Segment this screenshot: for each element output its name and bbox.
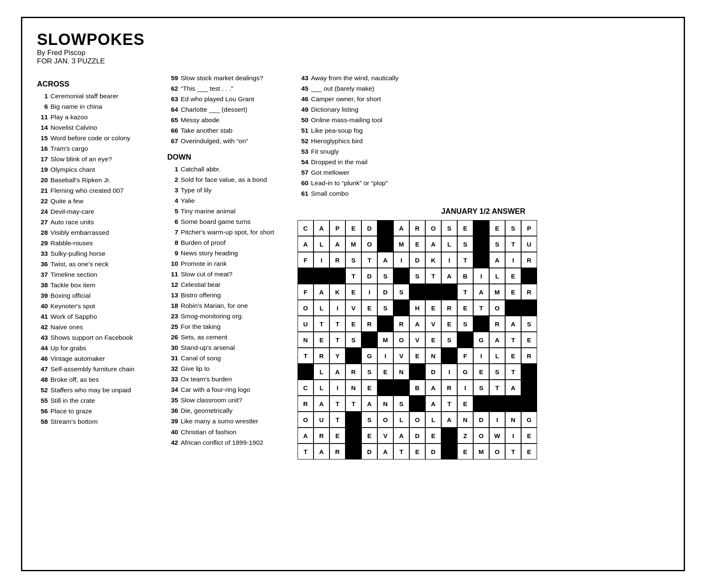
clue-num: 52 <box>298 136 311 146</box>
across-clue-16: 16Tram's cargo <box>37 144 159 154</box>
down-clue-10: 10Promote in rank <box>167 259 289 269</box>
clue-num: 8 <box>167 238 181 248</box>
grid-cell-2-6: I <box>393 252 409 268</box>
grid-cell-9-4: S <box>361 364 377 380</box>
clue-num: 52 <box>37 385 50 395</box>
across-clue-33: 33Sulky-pulling horse <box>37 249 159 259</box>
clue-num: 64 <box>167 105 181 115</box>
down-clue-36: 36Die, geometrically <box>167 406 289 416</box>
clue-text: Give lip to <box>181 364 289 374</box>
grid-cell-10-8: A <box>425 380 441 396</box>
grid-cell-13-0: A <box>298 428 313 444</box>
clue-num: 67 <box>167 136 181 146</box>
across-clue-15: 15Word before code or colony <box>37 133 159 143</box>
answer-title: JANUARY 1/2 ANSWER <box>298 207 669 216</box>
grid-cell-3-1 <box>313 268 329 284</box>
clue-text: Take another stab <box>181 126 289 136</box>
grid-cell-11-0: R <box>298 396 313 412</box>
clue-num: 6 <box>37 102 50 112</box>
grid-cell-9-6: N <box>393 364 409 380</box>
grid-cell-12-13: N <box>505 412 521 428</box>
grid-cell-11-13 <box>505 396 521 412</box>
clue-num: 65 <box>167 115 181 125</box>
grid-row-5: OLIVESHERETO <box>298 300 537 316</box>
grid-cell-9-10: G <box>457 364 473 380</box>
across-clue-17: 17Slow blink of an eye? <box>37 154 159 164</box>
grid-cell-4-10: T <box>457 284 473 300</box>
grid-row-6: UTTERRAVESRAS <box>298 316 537 332</box>
clue-num: 2 <box>167 175 181 185</box>
grid-cell-14-10: E <box>457 444 473 459</box>
across-clue-44: 44Up for grabs <box>37 343 159 353</box>
grid-cell-14-5: A <box>377 444 393 459</box>
clue-num: 33 <box>167 374 181 384</box>
across-clue-19: 19Olympics chant <box>37 165 159 175</box>
grid-row-13: AREEVADEZOWIE <box>298 428 537 444</box>
clue-num: 13 <box>167 290 181 300</box>
clue-num: 45 <box>298 84 311 94</box>
grid-cell-12-14: G <box>521 412 537 428</box>
down-clue-18: 18Robin's Marian, for one <box>167 301 289 311</box>
clue-text: Messy abode <box>181 115 289 125</box>
clue-text: Celestial bear <box>181 280 289 290</box>
grid-cell-5-5: S <box>377 300 393 316</box>
grid-cell-12-3 <box>345 412 361 428</box>
grid-cell-10-5 <box>377 380 393 396</box>
down-clue-43: 43Away from the wind, nautically <box>298 73 669 83</box>
grid-row-0: CAPEDAROSEESP <box>298 220 537 236</box>
across-clue-11: 11Play a kazoo <box>37 112 159 122</box>
grid-cell-4-4: I <box>361 284 377 300</box>
grid-cell-5-4: E <box>361 300 377 316</box>
grid-cell-10-14 <box>521 380 537 396</box>
grid-cell-10-9: R <box>441 380 457 396</box>
grid-cell-8-1: R <box>313 348 329 364</box>
down-clue-39: 39Like many a sumo wrestler <box>167 416 289 426</box>
clue-text: Lead-in to “plunk” or “plop” <box>311 178 669 188</box>
down-label: DOWN <box>167 153 289 162</box>
across-clue-20: 20Baseball's Ripken Jr. <box>37 175 159 185</box>
grid-cell-1-7: E <box>409 236 425 252</box>
across-clue-43: 43Shows support on Facebook <box>37 333 159 343</box>
down-clue-52: 52Hieroglyphics bird <box>298 136 669 146</box>
across-clue-37: 37Timeline section <box>37 270 159 280</box>
across-clue-27: 27Auto race units <box>37 217 159 227</box>
down-clue-40: 40Christian of fashion <box>167 427 289 437</box>
grid-cell-14-14: E <box>521 444 537 459</box>
clue-num: 62 <box>167 84 181 94</box>
grid-cell-5-9: R <box>441 300 457 316</box>
grid-row-14: TARDATEDEMOTE <box>298 444 537 459</box>
across-clue-29: 29Rabble-rouses <box>37 238 159 248</box>
grid-cell-4-13: E <box>505 284 521 300</box>
across-clue-58: 58Stream's bottom <box>37 417 159 427</box>
clue-text: Charlotte ___ (dessert) <box>181 105 289 115</box>
grid-cell-12-12: I <box>489 412 505 428</box>
clue-text: Still in the crate <box>50 396 159 406</box>
grid-cell-4-8 <box>425 284 441 300</box>
clue-num: 9 <box>167 248 181 258</box>
down-clue-50: 50Online mass-mailing tool <box>298 115 669 125</box>
clue-text: Catchall abbr. <box>181 164 289 174</box>
grid-cell-0-14: P <box>521 220 537 236</box>
grid-cell-8-10: F <box>457 348 473 364</box>
clue-text: Up for grabs <box>50 343 159 353</box>
grid-cell-13-1: R <box>313 428 329 444</box>
across-clue-40: 40Keynoter's spot <box>37 301 159 311</box>
grid-cell-9-5: E <box>377 364 393 380</box>
grid-cell-11-6: S <box>393 396 409 412</box>
grid-cell-9-11: E <box>473 364 489 380</box>
down-clue-23: 23Smog-monitoring org. <box>167 311 289 321</box>
clue-text: For the taking <box>181 322 289 332</box>
clue-text: Promote in rank <box>181 259 289 269</box>
grid-cell-8-3 <box>345 348 361 364</box>
grid-row-7: NETSMOVESGATE <box>298 332 537 348</box>
grid-row-10: CLINEBARISTA <box>298 380 537 396</box>
clue-num: 35 <box>167 395 181 405</box>
grid-cell-1-5 <box>377 236 393 252</box>
grid-cell-1-8: A <box>425 236 441 252</box>
grid-cell-12-9: A <box>441 412 457 428</box>
grid-cell-8-0: T <box>298 348 313 364</box>
grid-cell-11-7 <box>409 396 425 412</box>
clue-text: Stream's bottom <box>50 417 159 427</box>
grid-cell-9-1: L <box>313 364 329 380</box>
clue-text: Canal of song <box>181 353 289 363</box>
